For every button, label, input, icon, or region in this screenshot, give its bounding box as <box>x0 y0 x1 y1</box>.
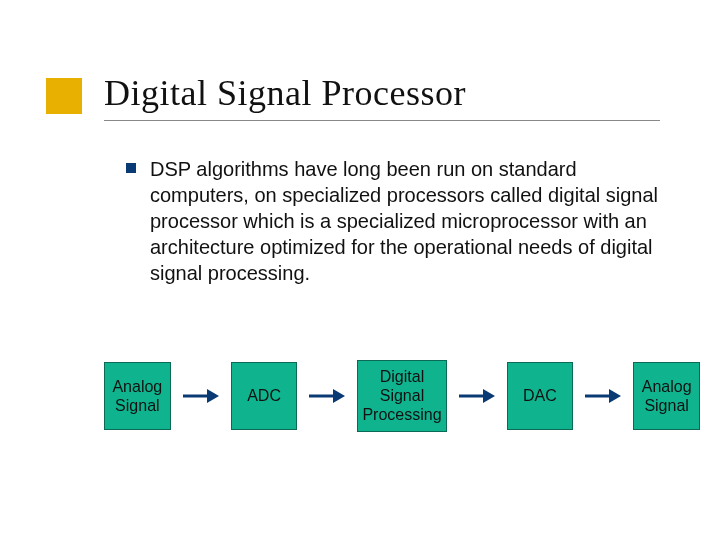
flow-box-analog-out: Analog Signal <box>633 362 700 430</box>
body: DSP algorithms have long been run on sta… <box>126 156 660 286</box>
svg-marker-1 <box>207 389 219 403</box>
flow-box-dac: DAC <box>507 362 574 430</box>
svg-marker-5 <box>483 389 495 403</box>
svg-marker-3 <box>333 389 345 403</box>
flow-box-adc: ADC <box>231 362 298 430</box>
arrow-icon <box>459 386 495 406</box>
bullet-square-icon <box>126 163 136 173</box>
title-underline <box>104 120 660 121</box>
title-block: Digital Signal Processor <box>104 72 660 121</box>
flow-diagram: Analog Signal ADC Digital Signal Process… <box>104 360 700 432</box>
slide: Digital Signal Processor DSP algorithms … <box>0 0 720 540</box>
svg-marker-7 <box>609 389 621 403</box>
accent-square <box>46 78 82 114</box>
flow-box-analog-in: Analog Signal <box>104 362 171 430</box>
bullet-text: DSP algorithms have long been run on sta… <box>150 156 660 286</box>
bullet-item: DSP algorithms have long been run on sta… <box>126 156 660 286</box>
slide-title: Digital Signal Processor <box>104 72 660 114</box>
arrow-icon <box>585 386 621 406</box>
arrow-icon <box>309 386 345 406</box>
arrow-icon <box>183 386 219 406</box>
flow-box-dsp: Digital Signal Processing <box>357 360 446 432</box>
